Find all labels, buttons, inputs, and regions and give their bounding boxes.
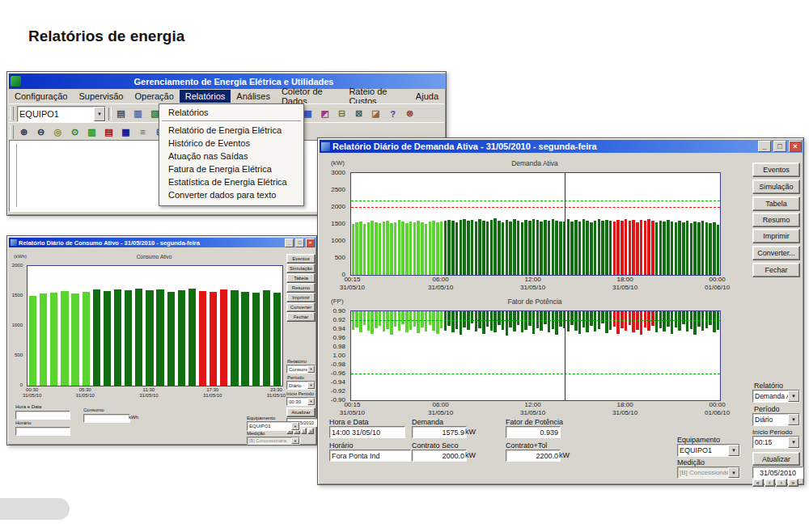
- fechar-button[interactable]: Fechar: [286, 312, 316, 322]
- chart-bar: [263, 290, 270, 386]
- resumo-button[interactable]: Resumo: [752, 213, 800, 227]
- demand-chart-icon[interactable]: ▤: [102, 125, 116, 138]
- inicio-periodo-combo[interactable]: 00:15 ▼: [752, 436, 800, 449]
- contrato-tol-field[interactable]: 2200.0: [506, 450, 561, 462]
- relatorio-combo[interactable]: Demanda Atv ▼: [752, 390, 800, 403]
- chart-bar: [709, 223, 711, 275]
- refresh-icon[interactable]: ⊙: [68, 125, 82, 138]
- menu-item-relatorios[interactable]: Relatórios: [160, 106, 303, 119]
- costs-icon[interactable]: ◪: [369, 108, 383, 120]
- horario-field[interactable]: [15, 427, 70, 436]
- periodo-combo[interactable]: Diário ▼: [752, 413, 800, 426]
- zoom-in-icon[interactable]: ⊕: [17, 125, 31, 138]
- menu-item-converter-dados-para-texto[interactable]: Converter dados para texto: [160, 188, 303, 201]
- chart-bar: [616, 311, 619, 334]
- menu-relatorios[interactable]: Relatórios: [180, 90, 231, 103]
- atualizar-button[interactable]: Atualizar: [286, 407, 316, 417]
- chart-bar: [83, 292, 90, 386]
- menu-configuracao[interactable]: Configuração: [9, 90, 73, 103]
- menu-item-relatorio-de-energia-eletrica[interactable]: Relatório de Energia Elétrica: [160, 124, 303, 137]
- medicao-combo[interactable]: [B] Concessionária ▼: [247, 437, 300, 445]
- chevron-down-icon[interactable]: ▼: [728, 445, 739, 456]
- nav-next-button[interactable]: ›: [776, 479, 787, 487]
- nav-last-button[interactable]: »: [307, 428, 314, 434]
- menu-item-atuacao-nas-saidas[interactable]: Atuação nas Saídas: [160, 150, 303, 163]
- horario-field[interactable]: Fora Ponta Ind: [329, 450, 411, 462]
- hora-data-field[interactable]: [15, 411, 70, 420]
- maximize-button[interactable]: □: [295, 239, 304, 247]
- maximize-button[interactable]: □: [773, 141, 786, 152]
- fp-field[interactable]: 0.939: [506, 426, 561, 438]
- nav-last-button[interactable]: »: [788, 479, 799, 487]
- consumo-field[interactable]: [83, 414, 130, 423]
- fechar-button[interactable]: Fechar: [752, 263, 800, 277]
- zoom-out-icon[interactable]: ⊖: [34, 125, 48, 138]
- equipamento-combo[interactable]: EQUIPO1 ▼: [677, 444, 740, 457]
- demanda-field[interactable]: 1575.9: [412, 426, 467, 438]
- database-icon[interactable]: ⊠: [352, 108, 366, 120]
- close-button[interactable]: ×: [306, 239, 315, 247]
- periodo-combo[interactable]: Diário ▼: [286, 381, 316, 390]
- consumption-chart-icon[interactable]: ▥: [85, 125, 99, 138]
- equipamento-combo-value: EQUIPO1: [678, 445, 728, 456]
- imprimir-button[interactable]: Imprimir: [286, 293, 316, 302]
- print-preview-icon[interactable]: ▥: [131, 108, 145, 120]
- menu-item-estatistica-de-energia-eletrica[interactable]: Estatística de Energia Elétrica: [160, 175, 303, 188]
- chevron-down-icon[interactable]: ▼: [291, 422, 299, 430]
- simulacao-button[interactable]: Simulação: [752, 179, 800, 194]
- tabela-button[interactable]: Tabela: [286, 273, 316, 283]
- inicio-periodo-combo[interactable]: 00:30 ▼: [286, 397, 316, 406]
- chevron-down-icon[interactable]: ▼: [728, 467, 739, 478]
- menu-item-historico-de-eventos[interactable]: Histórico de Eventos: [160, 137, 303, 150]
- chevron-down-icon[interactable]: ▼: [788, 391, 799, 402]
- atualizar-button[interactable]: Atualizar: [752, 452, 800, 466]
- menu-analises[interactable]: Análises: [231, 90, 276, 103]
- equipamento-combo[interactable]: EQUIPO1 ▼: [247, 421, 300, 431]
- chevron-down-icon[interactable]: ▼: [291, 437, 299, 444]
- imprimir-button[interactable]: Imprimir: [752, 229, 800, 243]
- nav-prev-button[interactable]: ‹: [765, 479, 776, 487]
- medicao-combo[interactable]: [B] Concessionária ▼: [677, 467, 740, 479]
- simulacao-button[interactable]: Simulação: [286, 264, 316, 273]
- chevron-down-icon[interactable]: ▼: [307, 398, 315, 405]
- contrato-seco-field[interactable]: 2000.0: [412, 450, 467, 462]
- converter-button[interactable]: Converter: [286, 302, 316, 312]
- minimize-button[interactable]: _: [285, 239, 294, 247]
- tabela-button[interactable]: Tabela: [752, 196, 800, 211]
- minimize-button[interactable]: _: [758, 141, 771, 152]
- menu-supervisao[interactable]: Supervisão: [73, 90, 129, 103]
- equipment-combo[interactable]: EQUIPO1 ▼: [17, 106, 106, 122]
- eventos-button[interactable]: Eventos: [286, 254, 316, 264]
- convert-icon[interactable]: ⊟: [335, 108, 349, 120]
- hora-data-field[interactable]: 14:00 31/05/10: [329, 426, 405, 438]
- chevron-down-icon[interactable]: ▼: [307, 365, 315, 373]
- exit-icon[interactable]: ⊗: [403, 108, 417, 120]
- print-icon[interactable]: ▤: [114, 108, 128, 120]
- pf-chart-icon[interactable]: ▦: [119, 125, 133, 138]
- resumo-button[interactable]: Resumo: [286, 283, 316, 293]
- date-field[interactable]: 31/05/2010: [752, 467, 803, 479]
- relatorio-combo[interactable]: Consumo ▼: [286, 365, 316, 374]
- nav-next-button[interactable]: ›: [301, 428, 307, 434]
- chart-bar: [544, 220, 546, 276]
- menu-item-fatura-de-energia-eletrica[interactable]: Fatura de Energia Elétrica: [160, 163, 303, 175]
- events-list-icon[interactable]: ≡: [136, 125, 150, 138]
- help-icon[interactable]: ?: [386, 108, 400, 120]
- chevron-down-icon[interactable]: ▼: [788, 414, 799, 425]
- toolbar-grip[interactable]: [10, 107, 14, 120]
- chart-bar: [436, 311, 438, 334]
- chevron-down-icon[interactable]: ▼: [94, 107, 105, 121]
- statistics-icon[interactable]: ◩: [318, 108, 332, 120]
- consumo-titlebar[interactable]: Relatório Diário de Consumo Ativo - 31/0…: [9, 238, 316, 247]
- chevron-down-icon[interactable]: ▼: [788, 437, 799, 448]
- converter-button[interactable]: Converter...: [752, 246, 800, 260]
- menu-operacao[interactable]: Operação: [129, 90, 179, 103]
- toolbar-grip[interactable]: [10, 125, 14, 139]
- demanda-titlebar[interactable]: Relatório Diário de Demanda Ativa - 31/0…: [320, 140, 803, 153]
- eventos-button[interactable]: Eventos: [752, 163, 800, 177]
- menu-ajuda[interactable]: Ajuda: [410, 90, 444, 103]
- close-button[interactable]: ×: [789, 141, 802, 152]
- zoom-reset-icon[interactable]: ◎: [51, 125, 65, 138]
- chevron-down-icon[interactable]: ▼: [307, 382, 315, 389]
- nav-first-button[interactable]: «: [752, 479, 764, 487]
